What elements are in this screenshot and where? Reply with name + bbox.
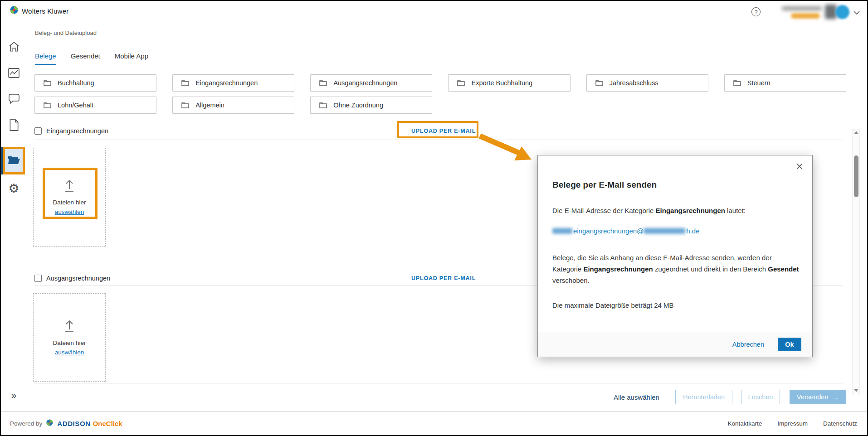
category-label: Buchhaltung: [58, 79, 94, 87]
category-button-jahresabschluss[interactable]: Jahresabschluss: [586, 74, 708, 92]
category-label: Allgemein: [195, 102, 224, 109]
help-icon[interactable]: ?: [751, 7, 761, 16]
footer-bar: Powered by ADDISON OneClick Kontaktkarte…: [1, 411, 867, 435]
category-email-link[interactable]: eingangsrechnungen@h.de: [552, 227, 700, 235]
category-button-exporte-buchhaltung[interactable]: Exporte Buchhaltung: [448, 74, 570, 92]
footer-link-datenschutz[interactable]: Datenschutz: [823, 420, 857, 427]
send-button[interactable]: Versenden →: [790, 390, 846, 404]
folder-open-icon: [8, 155, 20, 166]
dropzone-select-files-link[interactable]: auswählen: [55, 208, 84, 215]
oneclick-wordmark: OneClick: [93, 420, 122, 427]
category-label: Lohn/Gehalt: [58, 102, 93, 109]
dropzone-select-files-link[interactable]: auswählen: [55, 349, 84, 356]
footer-link-impressum[interactable]: Impressum: [777, 420, 808, 427]
tab-gesendet[interactable]: Gesendet: [71, 52, 100, 65]
app-window: Wolters Kluwer ?: [0, 0, 868, 436]
modal-belege-per-email: Belege per E-Mail senden Die E-Mail-Adre…: [537, 155, 813, 357]
category-button-ohne-zuordnung[interactable]: Ohne Zuordnung: [310, 97, 432, 114]
email-domain-blurred: [644, 228, 685, 234]
section-checkbox-ausgangsrechnungen[interactable]: [34, 275, 42, 282]
modal-footer: Abbrechen Ok: [538, 332, 812, 357]
section-divider: [34, 140, 843, 140]
dropzone-text: Dateien hier: [53, 339, 86, 346]
category-button-lohn-gehalt[interactable]: Lohn/Gehalt: [34, 97, 156, 114]
category-grid: Buchhaltung Eingangsrechnungen Ausgangsr…: [34, 74, 846, 114]
category-label: Ohne Zuordnung: [333, 102, 383, 109]
close-icon[interactable]: [796, 163, 804, 171]
tab-belege[interactable]: Belege: [35, 52, 56, 65]
ok-button[interactable]: Ok: [778, 338, 801, 351]
category-label: Jahresabschluss: [610, 79, 658, 87]
modal-paragraph-1: Die E-Mail-Adresse der Kategorie Eingang…: [552, 207, 800, 214]
sidebar-nav: ⚙ »: [1, 21, 27, 412]
folder-icon: [181, 102, 189, 108]
section-label: Ausgangsrechnungen: [46, 275, 110, 282]
select-all-link[interactable]: Alle auswählen: [614, 393, 659, 401]
dropzone-text: Dateien hier: [53, 199, 86, 206]
send-label: Versenden: [797, 393, 828, 401]
download-button[interactable]: Herunterladen: [675, 390, 732, 404]
footer-links: Kontaktkarte Impressum Datenschutz: [727, 412, 857, 435]
category-button-eingangsrechnungen[interactable]: Eingangsrechnungen: [172, 74, 294, 92]
folder-icon: [457, 80, 465, 86]
category-label: Exporte Buchhaltung: [471, 79, 532, 87]
modal-paragraph-2: Belege, die Sie als Anhang an diese E-Ma…: [552, 252, 800, 286]
sidebar-item-home[interactable]: [1, 41, 27, 54]
sidebar-item-file-upload-active-annotated[interactable]: [3, 147, 25, 174]
category-button-ausgangsrechnungen[interactable]: Ausgangsrechnungen: [310, 74, 432, 92]
top-bar: Wolters Kluwer ?: [1, 1, 867, 21]
folder-icon: [733, 80, 741, 86]
modal-paragraph-3: Die maximale Dateigröße beträgt 24 MB: [552, 301, 674, 309]
email-prefix-blurred: [552, 228, 572, 234]
folder-icon: [319, 80, 327, 86]
home-icon: [8, 41, 20, 54]
section-label: Eingangsrechnungen: [46, 127, 108, 135]
tab-mobile-app[interactable]: Mobile App: [115, 52, 148, 65]
addison-globe-icon: [46, 419, 53, 428]
folder-icon: [44, 102, 51, 108]
folder-icon: [44, 80, 51, 86]
sidebar-item-settings[interactable]: ⚙: [1, 183, 27, 195]
footer-link-kontaktkarte[interactable]: Kontaktkarte: [727, 420, 762, 427]
tab-bar: Belege Gesendet Mobile App: [35, 52, 148, 65]
sidebar-item-reports[interactable]: [1, 68, 27, 80]
category-button-allgemein[interactable]: Allgemein: [172, 97, 294, 114]
scrollbar-thumb[interactable]: [854, 155, 858, 197]
user-badge-blurred: [791, 13, 820, 19]
wolters-kluwer-logo: Wolters Kluwer: [10, 6, 68, 16]
scrollbar-down-arrow[interactable]: [854, 389, 858, 392]
user-name-blurred: [782, 6, 822, 10]
avatar[interactable]: [835, 5, 849, 19]
chart-icon: [8, 68, 20, 80]
section-checkbox-eingangsrechnungen[interactable]: [34, 127, 42, 135]
brand-name: Wolters Kluwer: [22, 7, 68, 15]
sidebar-item-documents[interactable]: [1, 119, 27, 133]
upload-icon: [62, 179, 77, 194]
folder-icon: [181, 80, 189, 86]
category-button-buchhaltung[interactable]: Buchhaltung: [34, 74, 156, 92]
sidebar-collapse-toggle[interactable]: »: [1, 390, 27, 401]
dropzone-eingangsrechnungen[interactable]: Dateien hier auswählen: [33, 148, 106, 247]
double-chevron-right-icon: »: [11, 390, 17, 400]
category-label: Ausgangsrechnungen: [333, 79, 397, 87]
content-bottom-divider: [34, 383, 843, 383]
dropzone-ausgangsrechnungen[interactable]: Dateien hier auswählen: [33, 293, 106, 382]
category-label: Steuern: [747, 79, 770, 87]
category-button-steuern[interactable]: Steuern: [724, 74, 846, 92]
sidebar-item-messages[interactable]: [1, 94, 27, 106]
addison-wordmark: ADDISON: [57, 420, 90, 427]
gear-icon: ⚙: [8, 183, 19, 195]
delete-button[interactable]: Löschen: [741, 390, 780, 404]
powered-by-label: Powered by: [10, 420, 42, 427]
wolters-kluwer-globe-icon: [10, 6, 18, 16]
folder-icon: [319, 102, 327, 108]
folder-icon: [595, 80, 603, 86]
chevron-down-icon[interactable]: [853, 9, 860, 17]
upload-per-email-link-eingangsrechnungen[interactable]: UPLOAD PER E-MAIL: [411, 128, 476, 134]
powered-by-brand: Powered by ADDISON OneClick: [10, 412, 122, 435]
cancel-button[interactable]: Abbrechen: [732, 341, 764, 348]
breadcrumb: Beleg- und Dateiupload: [35, 29, 97, 36]
upload-per-email-link-ausgangsrechnungen[interactable]: UPLOAD PER E-MAIL: [411, 275, 476, 281]
scrollbar-up-arrow[interactable]: [854, 131, 858, 134]
annotation-arrow: [476, 133, 536, 162]
